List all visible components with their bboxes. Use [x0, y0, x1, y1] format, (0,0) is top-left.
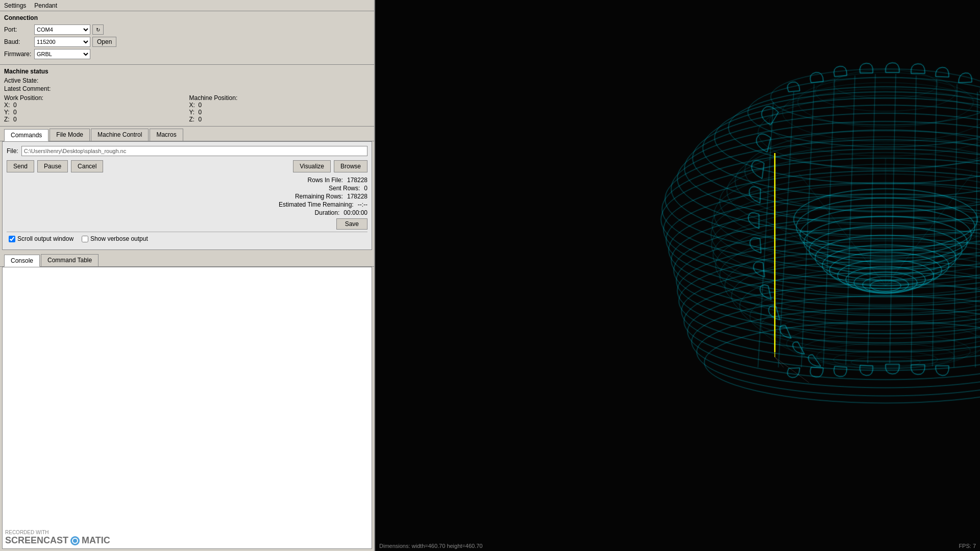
main-content: Commands File Mode Machine Control Macro…: [0, 127, 374, 551]
settings-menu[interactable]: Settings: [2, 1, 28, 10]
duration-label: Duration:: [315, 209, 340, 216]
watermark-brand-text: SCREENCAST: [5, 535, 68, 546]
bottom-tab-bar: Console Command Table: [0, 252, 374, 267]
tab-machine-control[interactable]: Machine Control: [91, 129, 149, 141]
firmware-label: Firmware:: [4, 51, 32, 58]
main-tab-bar: Commands File Mode Machine Control Macro…: [0, 127, 374, 141]
checkbox-row: Scroll output window Show verbose output: [7, 232, 368, 245]
scroll-output-checkbox[interactable]: [9, 236, 15, 242]
watermark-recorded-text: RECORDED WITH: [5, 530, 49, 535]
show-verbose-label: Show verbose output: [90, 235, 148, 242]
machine-x-value: 0: [199, 102, 202, 109]
remaining-rows-value: 178228: [347, 193, 368, 200]
est-time-value: --:--: [358, 201, 368, 208]
machine-status-title: Machine status: [4, 68, 370, 75]
work-x-axis: X:: [4, 102, 11, 109]
show-verbose-checkbox[interactable]: [82, 236, 88, 242]
connection-title: Connection: [4, 14, 370, 21]
scroll-output-label: Scroll output window: [17, 235, 74, 242]
machine-y-row: Y: 0: [189, 109, 371, 116]
est-time-label: Estimated Time Remaining:: [279, 201, 354, 208]
tab-macros[interactable]: Macros: [150, 129, 183, 141]
pause-button[interactable]: Pause: [37, 160, 68, 172]
machine-z-value: 0: [199, 116, 202, 123]
file-label: File:: [7, 147, 18, 155]
port-label: Port:: [4, 26, 32, 33]
rows-in-file-value: 178228: [347, 177, 368, 184]
work-z-axis: Z:: [4, 116, 11, 123]
visualize-button[interactable]: Visualize: [293, 160, 331, 172]
work-y-row: Y: 0: [4, 109, 185, 116]
machine-z-axis: Z:: [189, 116, 197, 123]
open-button[interactable]: Open: [92, 37, 116, 47]
duration-value: 00:00:00: [344, 209, 368, 216]
right-panel: Dimensions: width=460.70 height=460.70 F…: [375, 0, 980, 551]
dimensions-text: Dimensions: width=460.70 height=460.70: [379, 543, 482, 549]
work-z-value: 0: [13, 116, 17, 123]
fps-text: FPS: 7: [959, 543, 976, 549]
machine-z-row: Z: 0: [189, 116, 371, 123]
connection-section: Connection Port: COM4 COM1 COM2 COM3 COM…: [0, 11, 374, 65]
tab-command-table[interactable]: Command Table: [41, 254, 99, 266]
active-state-row: Active State:: [4, 77, 370, 84]
baud-label: Baud:: [4, 38, 32, 45]
machine-position-label: Machine Position:: [189, 94, 246, 102]
watermark: RECORDED WITH SCREENCAST MATIC: [5, 530, 110, 546]
machine-y-axis: Y:: [189, 109, 197, 116]
tab-file-mode[interactable]: File Mode: [50, 129, 90, 141]
browse-button[interactable]: Browse: [334, 160, 368, 172]
machine-y-value: 0: [199, 109, 202, 116]
active-state-label: Active State:: [4, 77, 60, 84]
scroll-output-checkbox-label[interactable]: Scroll output window: [9, 235, 74, 242]
watermark-logo: [70, 536, 80, 545]
remaining-rows-label: Remaining Rows:: [295, 193, 343, 200]
work-position-label: Work Position:: [4, 94, 60, 102]
latest-comment-row: Latest Comment:: [4, 85, 370, 92]
save-button[interactable]: Save: [336, 218, 368, 230]
work-y-value: 0: [13, 109, 17, 116]
file-path-input[interactable]: [21, 146, 368, 156]
machine-x-row: X: 0: [189, 102, 371, 109]
visualization-area[interactable]: Dimensions: width=460.70 height=460.70 F…: [375, 0, 980, 551]
pendant-menu[interactable]: Pendant: [32, 1, 59, 10]
show-verbose-checkbox-label[interactable]: Show verbose output: [82, 235, 148, 242]
port-row: Port: COM4 COM1 COM2 COM3 COM5 ↻: [4, 24, 370, 35]
baud-select[interactable]: 115200 9600 19200 38400 57600: [34, 37, 90, 47]
rows-in-file-label: Rows In File:: [308, 177, 343, 184]
firmware-row: Firmware: GRBL Marlin Smoothieware: [4, 49, 370, 59]
send-button[interactable]: Send: [7, 160, 34, 172]
watermark-brand: SCREENCAST MATIC: [5, 535, 110, 546]
machine-x-axis: X:: [189, 102, 197, 109]
port-select[interactable]: COM4 COM1 COM2 COM3 COM5: [34, 24, 90, 35]
cancel-button[interactable]: Cancel: [71, 160, 103, 172]
baud-row: Baud: 115200 9600 19200 38400 57600 Open: [4, 37, 370, 47]
work-z-row: Z: 0: [4, 116, 185, 123]
tab-console[interactable]: Console: [4, 255, 40, 267]
work-x-value: 0: [13, 102, 17, 109]
refresh-button[interactable]: ↻: [92, 24, 104, 35]
firmware-select[interactable]: GRBL Marlin Smoothieware: [34, 49, 90, 59]
commands-tab-content: File: Send Pause Cancel Visualize Browse…: [2, 141, 372, 250]
watermark-brand2-text: MATIC: [82, 535, 110, 546]
sent-rows-label: Sent Rows:: [329, 185, 360, 192]
file-row: File:: [7, 146, 368, 156]
sent-rows-value: 0: [364, 185, 368, 192]
machine-status-section: Machine status Active State: Latest Comm…: [0, 65, 374, 127]
tab-commands[interactable]: Commands: [4, 129, 48, 141]
work-y-axis: Y:: [4, 109, 11, 116]
console-area[interactable]: [2, 267, 372, 549]
work-x-row: X: 0: [4, 102, 185, 109]
latest-comment-label: Latest Comment:: [4, 85, 60, 92]
menu-bar: Settings Pendant: [0, 0, 374, 11]
